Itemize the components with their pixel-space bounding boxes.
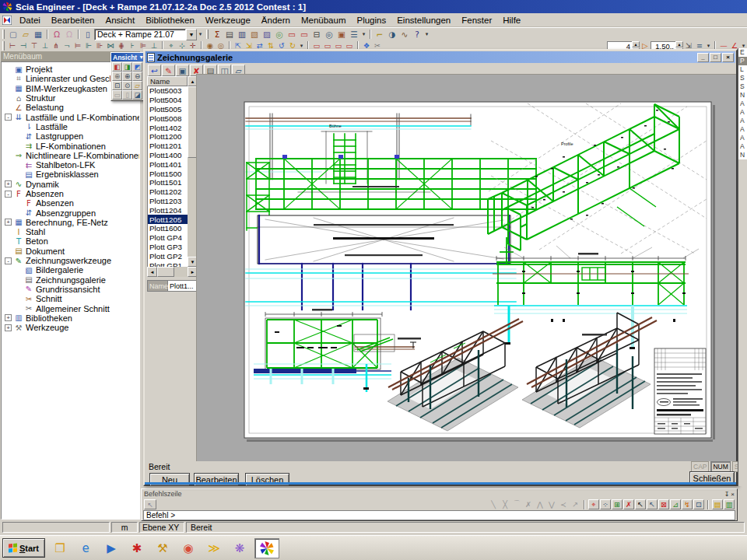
toolbar-overflow-icon[interactable]: ▾ — [423, 30, 430, 40]
menu-item[interactable]: Bibliotheken — [140, 14, 200, 26]
plot-list-item[interactable]: Plott5008 — [148, 114, 188, 123]
tree-expander[interactable]: + — [5, 314, 12, 321]
edit-plot-icon[interactable]: ✎ — [162, 65, 175, 76]
snap-grid-icon[interactable]: ⊞ — [612, 499, 622, 509]
toolbar-overflow-icon[interactable]: ▾ — [197, 30, 204, 40]
maximize-icon[interactable]: □ — [710, 53, 721, 62]
tree-expander[interactable]: - — [5, 114, 12, 121]
open-folder-icon[interactable]: ▱ — [19, 29, 32, 40]
scrollbar-thumb[interactable] — [157, 267, 174, 277]
window-cascade-icon[interactable]: ▭ — [286, 29, 298, 40]
book-icon[interactable]: ▣ — [335, 29, 348, 40]
list-header-name[interactable]: Name — [147, 76, 188, 86]
menu-item[interactable]: Fenster — [456, 14, 497, 26]
plot-list-item[interactable]: Plott GP3 — [148, 243, 188, 252]
select-members-icon[interactable]: ⊢ — [7, 41, 18, 51]
tree-item[interactable]: ⇇ Stahlbeton-LFK — [2, 160, 139, 170]
undo-icon[interactable]: Ω — [51, 29, 63, 40]
scroll-left-icon[interactable]: ◄ — [147, 267, 157, 277]
zoom-prev-icon[interactable]: ⊙ — [122, 81, 132, 90]
dot-grid-toggle-icon[interactable]: ▤ — [712, 499, 723, 509]
help-pointer-icon[interactable]: ? — [411, 29, 423, 40]
plot-list-item[interactable]: Plott1200 — [148, 132, 188, 142]
tree-item[interactable]: Ι Stahl — [2, 227, 139, 236]
select-nodes-icon[interactable]: ⊣ — [18, 41, 29, 51]
tree-expander[interactable]: - — [5, 257, 12, 264]
plot-list-item[interactable]: Plott1401 — [148, 159, 188, 169]
plot-list-item[interactable]: Plott5005 — [148, 105, 188, 114]
command-input[interactable]: Befehl > — [143, 510, 735, 520]
clip-box-icon[interactable]: ▭ — [112, 90, 122, 100]
menu-item[interactable]: Bearbeiten — [46, 14, 100, 26]
media-player-icon[interactable]: ▶ — [100, 538, 123, 558]
snap-ortho-icon[interactable]: ⊿ — [670, 499, 681, 509]
tools-app-icon[interactable]: ⚒ — [151, 538, 174, 558]
tree-item[interactable]: - ⇊ Lastfälle und LF-Kombinationen — [2, 112, 139, 121]
menu-item[interactable]: Werkzeuge — [200, 14, 256, 26]
snap-near-icon[interactable]: ≺ — [558, 499, 569, 509]
menu-item[interactable]: Ansicht — [100, 14, 140, 26]
snap-line-icon[interactable]: ╲ — [488, 499, 499, 509]
toolbar-grip[interactable] — [206, 30, 209, 39]
key-icon[interactable]: ⌐ — [374, 29, 386, 40]
clipboard-icon[interactable]: ▧ — [248, 29, 261, 40]
send-to-gallery-icon[interactable]: ↩ — [148, 65, 161, 76]
ansicht-palette-titlebar[interactable]: Ansicht ▼ × — [111, 53, 143, 61]
close-icon[interactable]: × — [731, 491, 735, 498]
minimize-icon[interactable]: _ — [697, 53, 709, 62]
paint-app-icon[interactable]: ❋ — [228, 538, 251, 558]
line-grid-toggle-icon[interactable]: ▥ — [724, 499, 735, 509]
clip-plane-icon[interactable]: ▯ — [122, 90, 132, 100]
tree-item[interactable]: + ∿ Dynamik — [2, 180, 139, 189]
plot-list-item[interactable]: Plott GP2 — [148, 251, 188, 261]
gallery-titlebar[interactable]: Zeichnungsgalerie _ □ × — [146, 51, 735, 63]
new-document-icon[interactable]: ▢ — [7, 29, 19, 40]
snap-dir-icon[interactable]: ↗ — [570, 499, 580, 509]
chart-icon[interactable]: ∿ — [398, 29, 411, 40]
tree-item[interactable]: ∠ Belastung — [2, 103, 139, 112]
tree-item[interactable]: ⇵ Lastgruppen — [2, 131, 139, 141]
mirror-icon[interactable]: ⊩ — [83, 41, 94, 51]
horizontal-scrollbar[interactable]: ◄ ► — [147, 267, 198, 277]
plot-list-item[interactable]: Plott1400 — [148, 151, 188, 160]
tree-item[interactable]: ✂ Schnitt — [2, 294, 139, 303]
snap-delete-icon[interactable]: ✗ — [623, 499, 634, 509]
gallery-canvas[interactable]: Bühne — [196, 74, 736, 461]
tree-item[interactable]: ⇂ Lastfälle — [2, 122, 139, 131]
project-combo[interactable]: Deck + Rampe 21.07 — [94, 29, 186, 40]
snap-tangent-icon[interactable]: ↯ — [682, 499, 693, 509]
tree-expander[interactable]: + — [5, 219, 12, 226]
snap-midpoint-icon[interactable]: ↖ — [647, 499, 658, 509]
trim-icon[interactable]: ⊥ — [40, 41, 51, 51]
snap-points-icon[interactable]: ⁘ — [600, 499, 611, 509]
plot-list-item[interactable]: Plott1500 — [148, 169, 188, 178]
intersect-icon[interactable]: ⋈ — [105, 41, 116, 51]
scia-engineer-taskbar-button[interactable] — [254, 538, 279, 558]
plot-list-item[interactable]: Plott1205 — [148, 215, 188, 224]
chrome-icon[interactable]: ◉ — [177, 538, 200, 558]
zoom-info-icon[interactable]: ◑ — [386, 29, 398, 40]
internet-explorer-icon[interactable]: e — [74, 538, 97, 558]
snap-peak-icon[interactable]: ⋀ — [535, 499, 545, 509]
globe-icon[interactable]: ◎ — [273, 29, 286, 40]
pointer-mode-icon[interactable]: ↖ — [144, 499, 156, 509]
menu-item[interactable]: Plugins — [351, 14, 391, 26]
tree-item[interactable]: T Beton — [2, 236, 139, 246]
view-side-icon[interactable]: ◩ — [132, 62, 142, 72]
snap-intersect-icon[interactable]: ⊠ — [658, 499, 669, 509]
printer-icon[interactable]: ▤ — [223, 29, 236, 40]
tree-item[interactable]: + ⚒ Werkzeuge — [2, 323, 139, 332]
break-icon[interactable]: ¬ — [61, 41, 72, 51]
toolbar-grip[interactable] — [2, 30, 5, 39]
menu-item[interactable]: Menübaum — [296, 14, 352, 26]
snap-cross-icon[interactable]: ╳ — [500, 499, 510, 509]
render-icon[interactable]: ◪ — [132, 90, 142, 100]
zoom-in-icon[interactable]: ⊕ — [122, 72, 132, 81]
snap-center-icon[interactable]: ⌖ — [588, 499, 599, 509]
project-combo-arrow-icon[interactable]: ▼ — [186, 29, 197, 40]
tree-expander[interactable]: + — [5, 324, 12, 331]
snap-endpoint-icon[interactable]: ↖ — [635, 499, 646, 509]
menu-tree[interactable]: ▣ Projekt ⌗ Linienraster und Geschosse ▦… — [1, 61, 140, 520]
weld-icon[interactable]: ⊦ — [127, 41, 138, 51]
tree-item[interactable]: ⇒ Nichtlineare LF-Kombinationen — [2, 151, 139, 160]
